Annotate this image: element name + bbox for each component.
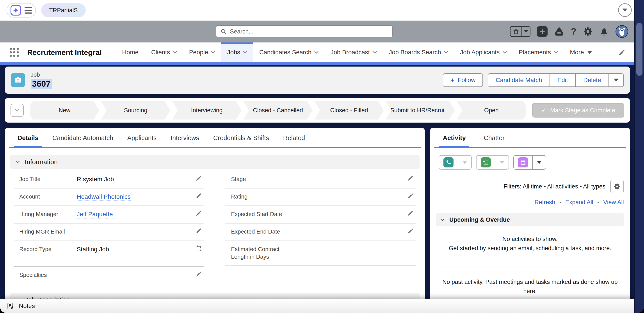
search-input[interactable] <box>230 28 388 35</box>
activity-link[interactable]: Expand All <box>555 199 593 206</box>
chevron-down-icon <box>373 49 376 53</box>
field-grid: Job Title R system Job Account <box>5 169 425 284</box>
notes-dock-item[interactable]: Notes <box>19 303 35 310</box>
edit-button[interactable]: Edit <box>550 74 576 86</box>
setup-gear-icon[interactable] <box>583 27 593 36</box>
nav-item[interactable]: Job Broadcast <box>324 42 382 62</box>
record-entity-label: Job <box>31 71 52 78</box>
follow-button[interactable]: + Follow <box>443 73 483 87</box>
empty-state-subtitle: Get started by sending an email, schedul… <box>436 244 624 253</box>
detail-tab[interactable]: Interviews <box>170 134 199 147</box>
delete-button[interactable]: Delete <box>576 74 608 86</box>
activity-filters-gear-button[interactable] <box>610 180 624 193</box>
guidance-trailhead-icon[interactable] <box>554 26 564 36</box>
detail-tab[interactable]: Related <box>283 134 305 147</box>
field-row: Hiring MGR Email <box>14 223 204 241</box>
path-stage[interactable]: Sourcing <box>101 101 170 120</box>
edit-pencil-icon[interactable] <box>196 271 202 277</box>
assistant-sparkle-icon[interactable] <box>10 5 21 15</box>
field-row: Record Type Staffing Job <box>14 241 204 267</box>
detail-tab[interactable]: Credentials & Shifts <box>213 134 269 147</box>
nav-item[interactable]: Home <box>116 42 145 62</box>
field-value <box>288 210 400 219</box>
path-collapse-button[interactable] <box>10 104 24 117</box>
field-row: Rating <box>225 188 416 206</box>
detail-tab[interactable]: Candidate Automatch <box>52 134 113 147</box>
path-stage[interactable]: Interviewing <box>172 101 242 120</box>
nav-item[interactable]: Job Applicants <box>454 42 512 62</box>
detail-tab[interactable]: Applicants <box>127 134 156 147</box>
more-actions-caret-button[interactable] <box>608 74 624 86</box>
nav-item[interactable]: Candidates Search <box>253 42 324 62</box>
new-event-button[interactable] <box>514 156 533 169</box>
edit-nav-pencil-icon[interactable] <box>618 49 626 56</box>
new-event-caret-button[interactable] <box>533 156 546 169</box>
favorites-caret-button[interactable] <box>522 27 530 36</box>
candidate-match-button[interactable]: Candidate Match <box>488 74 550 86</box>
nav-item[interactable]: People <box>182 42 221 62</box>
path-stage[interactable]: Open <box>456 101 526 120</box>
main-content-row: Details Candidate Automatch Applicants I… <box>5 128 630 312</box>
field-label: Stage <box>231 175 288 183</box>
user-avatar[interactable] <box>616 25 628 38</box>
field-label: Rating <box>231 193 288 200</box>
mark-stage-complete-button[interactable]: ✓ Mark Stage as Complete <box>532 103 624 118</box>
notifications-bell-icon[interactable] <box>599 27 609 36</box>
field-label: Estimated Contract Length in Days <box>231 245 288 261</box>
new-task-group <box>476 155 509 170</box>
field-label: Hiring MGR Email <box>19 228 77 236</box>
field-value: Headwall Photonics <box>77 193 188 201</box>
edit-pencil-icon[interactable] <box>407 227 414 234</box>
page-scrollbar[interactable] <box>634 0 644 313</box>
path-stage[interactable]: Closed - Filled <box>314 101 384 120</box>
global-search[interactable] <box>216 25 392 38</box>
nav-item[interactable]: Jobs <box>221 42 253 62</box>
path-stage[interactable]: Submit to HR/Recrui… <box>386 101 455 120</box>
activity-composer <box>430 148 630 170</box>
window-corner <box>0 307 6 313</box>
edit-pencil-icon[interactable] <box>196 175 202 181</box>
empty-state-title: No activities to show. <box>436 235 624 244</box>
edit-pencil-icon[interactable] <box>196 227 202 234</box>
upcoming-overdue-header[interactable]: Upcoming & Overdue <box>436 213 624 226</box>
change-record-type-icon[interactable] <box>196 245 202 252</box>
favorites-star-icon[interactable] <box>510 27 522 36</box>
field-row: Account Headwall Photonics <box>14 188 204 206</box>
edit-pencil-icon[interactable] <box>407 210 414 216</box>
edit-pencil-icon[interactable] <box>196 192 202 199</box>
activity-link[interactable]: View All <box>593 199 624 206</box>
log-a-call-caret-button[interactable] <box>458 156 471 169</box>
nav-item[interactable]: Placements <box>512 42 564 62</box>
window-dropdown-button[interactable] <box>618 3 632 17</box>
nav-item[interactable]: More <box>564 42 598 62</box>
new-task-button[interactable] <box>476 156 496 169</box>
details-card: Details Candidate Automatch Applicants I… <box>5 128 425 312</box>
edit-pencil-icon[interactable] <box>407 175 414 181</box>
past-activity-empty-state: No past activity. Past meetings and task… <box>430 278 630 296</box>
app-launcher-waffle-icon[interactable] <box>10 48 19 57</box>
activity-tab[interactable]: Chatter <box>484 134 504 147</box>
new-task-caret-button[interactable] <box>496 156 508 169</box>
nav-item[interactable]: Job Boards Search <box>382 42 454 62</box>
edit-pencil-icon[interactable] <box>196 210 202 216</box>
information-section-header[interactable]: Information <box>10 155 420 169</box>
field-label: Expected End Date <box>231 228 288 236</box>
nav-item[interactable]: Clients <box>145 42 183 62</box>
quick-create-plus-icon[interactable]: + <box>537 26 548 37</box>
activity-tab[interactable]: Activity <box>443 134 466 147</box>
menu-hamburger-icon[interactable] <box>24 7 32 13</box>
activity-link[interactable]: Refresh <box>534 199 555 206</box>
field-column-right: Stage Rating <box>225 171 416 284</box>
path-stage[interactable]: Closed - Cancelled <box>243 101 313 120</box>
log-a-call-group <box>439 155 472 170</box>
field-row: Job Title R system Job <box>14 171 204 188</box>
browser-tab[interactable]: TRPartialS <box>41 3 86 17</box>
field-value <box>288 175 400 184</box>
help-icon[interactable]: ? <box>571 26 576 37</box>
field-value: Staffing Job <box>77 245 188 254</box>
edit-pencil-icon[interactable] <box>407 192 414 199</box>
scrollbar-thumb[interactable] <box>636 23 642 76</box>
detail-tab[interactable]: Details <box>18 134 38 147</box>
path-stage[interactable]: New <box>30 101 99 120</box>
log-a-call-button[interactable] <box>439 156 458 169</box>
